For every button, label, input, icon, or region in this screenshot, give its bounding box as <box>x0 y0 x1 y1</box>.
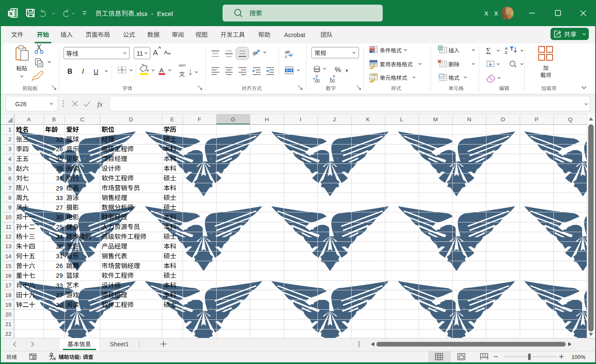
svg-text:26: 26 <box>56 165 63 172</box>
svg-text:27: 27 <box>56 204 63 211</box>
svg-text:1: 1 <box>8 126 11 133</box>
svg-text:11: 11 <box>6 224 12 230</box>
svg-text:8: 8 <box>8 195 11 201</box>
svg-text:A: A <box>164 49 168 56</box>
svg-text:H: H <box>265 116 269 123</box>
svg-text:10: 10 <box>5 214 11 220</box>
svg-text:31: 31 <box>56 253 63 260</box>
svg-text:20: 20 <box>5 311 11 318</box>
svg-text:31: 31 <box>56 175 63 182</box>
svg-text:fx: fx <box>97 100 103 108</box>
svg-text:16: 16 <box>5 273 11 279</box>
svg-text:13: 13 <box>5 243 11 249</box>
svg-text:22: 22 <box>5 331 11 337</box>
svg-text:L: L <box>400 116 403 123</box>
svg-text:4: 4 <box>8 156 11 162</box>
svg-text:15: 15 <box>5 263 11 269</box>
svg-text:19: 19 <box>5 302 11 308</box>
svg-text:Sheet1: Sheet1 <box>110 341 129 348</box>
svg-text:14: 14 <box>5 253 11 260</box>
svg-text:26: 26 <box>56 262 63 269</box>
svg-text:34: 34 <box>56 233 63 240</box>
svg-text:Z: Z <box>505 51 507 55</box>
svg-text:Σ: Σ <box>486 46 491 56</box>
svg-text:%: % <box>335 66 341 74</box>
svg-text:0: 0 <box>333 74 335 78</box>
svg-text:C: C <box>80 116 84 123</box>
svg-text:30: 30 <box>56 302 63 308</box>
svg-text:29: 29 <box>56 185 63 192</box>
svg-text:3: 3 <box>8 146 11 152</box>
svg-text:27: 27 <box>56 292 63 299</box>
svg-text:N: N <box>467 116 471 123</box>
svg-text:7: 7 <box>8 185 11 191</box>
svg-text:ab: ab <box>252 50 258 55</box>
svg-text:M: M <box>433 116 438 123</box>
svg-text:wén: wén <box>178 63 186 67</box>
svg-text:I: I <box>82 68 84 75</box>
svg-text:2: 2 <box>8 136 11 142</box>
svg-text:c: c <box>285 54 287 59</box>
svg-text:B: B <box>67 68 72 75</box>
svg-text:I: I <box>300 116 301 123</box>
svg-text:30: 30 <box>56 214 63 221</box>
svg-text:A: A <box>153 49 158 57</box>
svg-text:Q: Q <box>568 116 573 123</box>
svg-text:X X: X X <box>484 10 500 17</box>
svg-text:9: 9 <box>8 204 11 211</box>
svg-text:29: 29 <box>56 272 63 279</box>
svg-text:A: A <box>505 46 508 51</box>
svg-text:E: E <box>170 116 174 123</box>
svg-text:,: , <box>346 62 348 73</box>
svg-text:25: 25 <box>56 224 63 230</box>
svg-text:33: 33 <box>56 195 63 201</box>
svg-text:28: 28 <box>56 243 63 250</box>
svg-text:33: 33 <box>56 282 63 289</box>
svg-text:0: 0 <box>316 74 318 78</box>
svg-text:Acrobat: Acrobat <box>284 32 305 38</box>
svg-text:18: 18 <box>5 292 11 298</box>
svg-text:32: 32 <box>56 136 63 143</box>
svg-text:O: O <box>501 116 505 123</box>
svg-text:B: B <box>52 116 56 123</box>
svg-text:12: 12 <box>5 233 11 240</box>
svg-text:.xlsx - Excel: .xlsx - Excel <box>134 10 173 17</box>
svg-text:P: P <box>534 116 538 123</box>
svg-text:6: 6 <box>8 175 11 182</box>
svg-text:G28: G28 <box>15 101 27 107</box>
svg-text:U: U <box>94 68 98 75</box>
svg-text:G: G <box>231 116 236 123</box>
svg-text:35: 35 <box>56 155 63 162</box>
svg-text:100%: 100% <box>572 354 586 360</box>
svg-text:17: 17 <box>5 282 11 289</box>
svg-text:F: F <box>198 116 201 123</box>
svg-text:21: 21 <box>5 321 11 327</box>
svg-text:5: 5 <box>8 166 11 172</box>
svg-text:D: D <box>129 116 133 123</box>
svg-text:11: 11 <box>137 50 143 57</box>
svg-text:K: K <box>366 116 370 123</box>
svg-text:A: A <box>27 116 31 123</box>
svg-text:28: 28 <box>56 146 63 153</box>
svg-text:.00: .00 <box>329 78 335 83</box>
svg-text:J: J <box>333 116 336 123</box>
svg-text:A: A <box>159 67 164 74</box>
